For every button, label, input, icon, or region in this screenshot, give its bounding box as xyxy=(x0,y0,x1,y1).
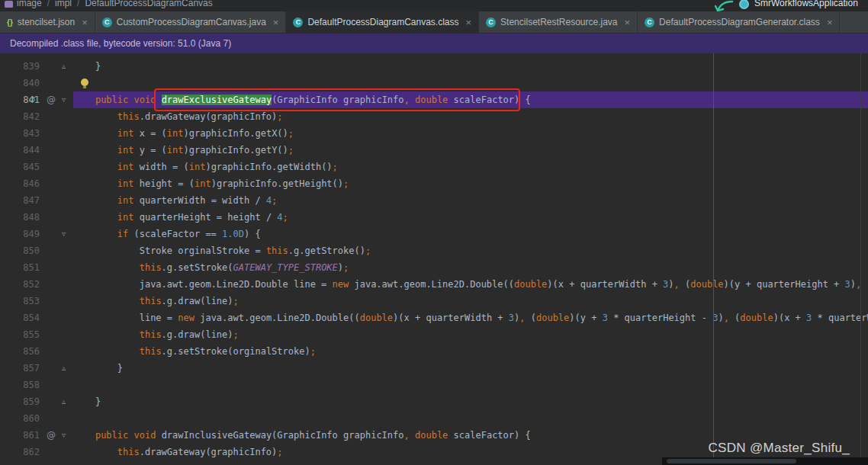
gutter xyxy=(41,142,73,159)
scrollbar-thumb[interactable] xyxy=(667,459,796,463)
code-text: this.g.draw(line); xyxy=(73,326,868,343)
code-line-845[interactable]: 845 int width = (int)graphicInfo.getWidt… xyxy=(0,159,868,175)
code-text: } xyxy=(73,360,868,377)
gutter xyxy=(41,276,73,293)
tab-stencilset.json[interactable]: {}stencilset.json× xyxy=(0,11,95,33)
breadcrumb: image/impl/DefaultProcessDiagramCanvas xyxy=(17,0,213,8)
line-number[interactable]: 839 xyxy=(0,58,41,75)
line-number[interactable]: 845 xyxy=(0,159,41,175)
code-line-850[interactable]: 850 Stroke orginalStroke = this.g.getStr… xyxy=(0,242,868,259)
code-line-847[interactable]: 847 int quarterWidth = width / 4; xyxy=(0,192,868,209)
tab-label: DefaultProcessDiagramGenerator.class xyxy=(659,17,820,27)
gutter xyxy=(41,343,73,360)
code-line-844[interactable]: 844 int y = (int)graphicInfo.getY(); xyxy=(0,142,868,159)
code-line-848[interactable]: 848 int quarterHeight = height / 4; xyxy=(0,209,868,226)
line-number[interactable]: 857 xyxy=(0,360,41,377)
code-text: this.g.setStroke(GATEWAY_TYPE_STROKE); xyxy=(73,259,868,276)
code-line-853[interactable]: 853 this.g.draw(line); xyxy=(0,293,868,309)
code-line-855[interactable]: 855 this.g.draw(line); xyxy=(0,326,868,343)
gutter xyxy=(41,410,73,427)
watermark: CSDN @Master_Shifu_ xyxy=(709,441,850,456)
code-line-846[interactable]: 846 int height = (int)graphicInfo.getHei… xyxy=(0,175,868,192)
ide-window: image/impl/DefaultProcessDiagramCanvas S… xyxy=(0,0,868,465)
tab-label: StencilsetRestResource.java xyxy=(500,17,617,27)
tab-label: stencilset.json xyxy=(18,17,75,27)
line-number[interactable]: 854 xyxy=(0,309,41,326)
red-annotation-box xyxy=(154,88,520,111)
line-number[interactable]: 847 xyxy=(0,192,41,209)
code-line-839[interactable]: 839▵ } xyxy=(0,58,868,75)
banner-text: Decompiled .class file, bytecode version… xyxy=(10,38,231,49)
code-line-857[interactable]: 857▵ } xyxy=(0,360,868,377)
override-marker-icon[interactable]: ↺ xyxy=(28,91,36,108)
gutter xyxy=(41,159,73,175)
line-number[interactable]: 862 xyxy=(0,444,41,460)
fold-up-icon[interactable]: ▵ xyxy=(62,360,66,377)
tab-CustomProcessDiagramCanvas.java[interactable]: CCustomProcessDiagramCanvas.java× xyxy=(95,11,287,33)
line-number[interactable]: 844 xyxy=(0,142,41,159)
code-text xyxy=(73,410,868,427)
code-text: int width = (int)graphicInfo.getWidth(); xyxy=(73,159,868,175)
gutter xyxy=(41,108,73,125)
line-number[interactable]: 860 xyxy=(0,410,41,427)
code-text: Stroke orginalStroke = this.g.getStroke(… xyxy=(73,242,868,259)
fold-down-icon[interactable]: ▿ xyxy=(62,226,66,242)
horizontal-scrollbar[interactable] xyxy=(662,457,868,465)
gutter xyxy=(41,444,73,460)
close-tab-icon[interactable]: × xyxy=(273,17,279,28)
line-number[interactable]: 853 xyxy=(0,293,41,309)
line-number[interactable]: 858 xyxy=(0,377,41,393)
code-text: } xyxy=(73,58,868,75)
line-number[interactable]: 848 xyxy=(0,209,41,226)
breadcrumb-item[interactable]: image xyxy=(17,0,42,8)
line-number[interactable]: 842 xyxy=(0,108,41,125)
fold-down-icon[interactable]: ▿ xyxy=(62,91,66,108)
scrollbar-track[interactable] xyxy=(860,53,861,465)
breadcrumb-item[interactable]: DefaultProcessDiagramCanvas xyxy=(85,0,212,8)
gutter xyxy=(41,259,73,276)
gutter xyxy=(41,242,73,259)
close-tab-icon[interactable]: × xyxy=(466,17,472,28)
code-line-854[interactable]: 854 line = new java.awt.geom.Line2D.Doub… xyxy=(0,309,868,326)
close-tab-icon[interactable]: × xyxy=(82,17,88,28)
code-line-856[interactable]: 856 this.g.setStroke(orginalStroke); xyxy=(0,343,868,360)
code-line-843[interactable]: 843 int x = (int)graphicInfo.getX(); xyxy=(0,125,868,142)
line-number[interactable]: 850 xyxy=(0,242,41,259)
code-text: int quarterWidth = width / 4; xyxy=(73,192,868,209)
tab-DefaultProcessDiagramGenerator.class[interactable]: CDefaultProcessDiagramGenerator.class× xyxy=(638,11,840,33)
code-line-849[interactable]: 849▿ if (scaleFactor == 1.0D) { xyxy=(0,226,868,242)
code-text xyxy=(73,377,868,393)
run-config-name[interactable]: SmrWorkflowsApplication xyxy=(754,0,858,8)
intention-bulb-icon[interactable] xyxy=(81,79,88,86)
code-line-859[interactable]: 859▵ } xyxy=(0,393,868,410)
code-line-852[interactable]: 852 java.awt.geom.Line2D.Double line = n… xyxy=(0,276,868,293)
line-number[interactable]: 849 xyxy=(0,226,41,242)
code-text: int quarterHeight = height / 4; xyxy=(73,209,868,226)
gutter xyxy=(41,293,73,309)
fold-up-icon[interactable]: ▵ xyxy=(62,58,66,75)
navigation-bar: image/impl/DefaultProcessDiagramCanvas S… xyxy=(0,0,868,11)
code-line-860[interactable]: 860 xyxy=(0,410,868,427)
line-number[interactable]: 851 xyxy=(0,259,41,276)
line-number[interactable]: 855 xyxy=(0,326,41,343)
code-line-858[interactable]: 858 xyxy=(0,377,868,393)
line-number[interactable]: 861 xyxy=(0,427,41,444)
fold-down-icon[interactable]: ▿ xyxy=(62,427,66,444)
close-tab-icon[interactable]: × xyxy=(827,17,833,28)
close-tab-icon[interactable]: × xyxy=(625,17,631,28)
tab-StencilsetRestResource.java[interactable]: CStencilsetRestResource.java× xyxy=(479,11,638,33)
line-number[interactable]: 846 xyxy=(0,175,41,192)
breadcrumb-separator: / xyxy=(47,0,50,8)
line-number[interactable]: 856 xyxy=(0,343,41,360)
code-area: 839▵ }840841↺@▿ public void drawExclusiv… xyxy=(0,58,868,460)
line-number[interactable]: 843 xyxy=(0,125,41,142)
line-number[interactable]: 852 xyxy=(0,276,41,293)
run-config-icon[interactable] xyxy=(739,0,749,9)
tab-DefaultProcessDiagramCanvas.class[interactable]: CDefaultProcessDiagramCanvas.class× xyxy=(286,11,479,33)
curved-arrow-icon xyxy=(714,0,734,11)
fold-up-icon[interactable]: ▵ xyxy=(62,393,66,410)
code-line-851[interactable]: 851 this.g.setStroke(GATEWAY_TYPE_STROKE… xyxy=(0,259,868,276)
line-number[interactable]: 859 xyxy=(0,393,41,410)
breadcrumb-item[interactable]: impl xyxy=(55,0,72,8)
line-number[interactable]: 840 xyxy=(0,75,41,91)
